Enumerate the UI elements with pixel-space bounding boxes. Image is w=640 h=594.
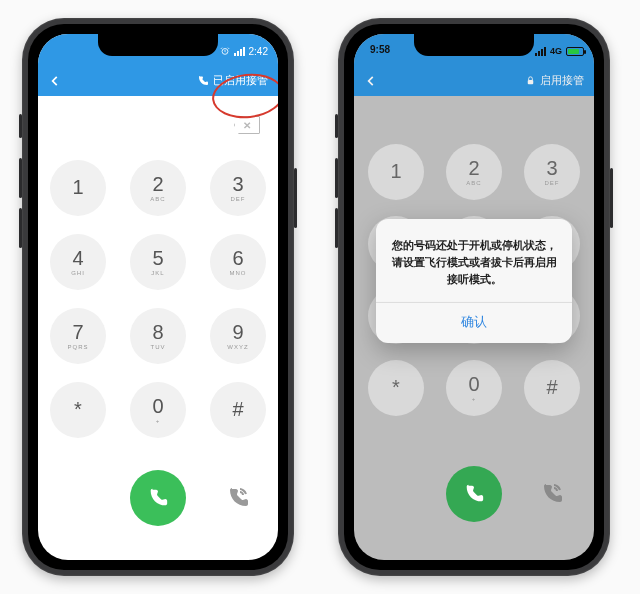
backspace-button[interactable]: ✕ bbox=[234, 116, 260, 134]
network-label: 4G bbox=[550, 46, 562, 56]
back-button[interactable] bbox=[48, 74, 62, 88]
redial-button[interactable] bbox=[524, 466, 580, 522]
signal-icon bbox=[234, 47, 245, 56]
key-6[interactable]: 6MNO bbox=[210, 234, 266, 290]
screen-right: 9:58 4G 启用接管 bbox=[354, 34, 594, 560]
side-button-vol-down bbox=[19, 208, 22, 248]
key-9[interactable]: 9WXYZ bbox=[210, 308, 266, 364]
key-1[interactable]: 1 bbox=[368, 144, 424, 200]
signal-icon bbox=[535, 47, 546, 56]
alert-confirm-button[interactable]: 确认 bbox=[376, 303, 572, 343]
notch bbox=[98, 34, 218, 56]
key-hash[interactable]: # bbox=[524, 360, 580, 416]
side-button-silence bbox=[335, 114, 338, 138]
side-button-vol-up bbox=[335, 158, 338, 198]
side-button-vol-up bbox=[19, 158, 22, 198]
bezel: 2:42 已启用接管 ✕ bbox=[28, 24, 288, 570]
key-0[interactable]: 0+ bbox=[130, 382, 186, 438]
phone-left: 2:42 已启用接管 ✕ bbox=[22, 18, 294, 576]
phone-right: 9:58 4G 启用接管 bbox=[338, 18, 610, 576]
alarm-icon bbox=[220, 46, 230, 56]
redial-icon bbox=[540, 482, 564, 506]
key-hash[interactable]: # bbox=[210, 382, 266, 438]
screen-left: 2:42 已启用接管 ✕ bbox=[38, 34, 278, 560]
key-5[interactable]: 5JKL bbox=[130, 234, 186, 290]
call-row bbox=[38, 470, 278, 526]
takeover-toggle[interactable]: 已启用接管 bbox=[197, 73, 268, 88]
alert-dialog: 您的号码还处于开机或停机状态，请设置飞行模式或者拔卡后再启用接听模式。 确认 bbox=[376, 219, 572, 343]
status-time: 9:58 bbox=[370, 44, 390, 55]
key-star[interactable]: * bbox=[368, 360, 424, 416]
notch bbox=[414, 34, 534, 56]
call-row bbox=[354, 466, 594, 522]
key-0[interactable]: 0+ bbox=[446, 360, 502, 416]
phone-icon bbox=[147, 487, 169, 509]
phone-icon bbox=[463, 483, 485, 505]
redial-button[interactable] bbox=[210, 470, 266, 526]
alert-message: 您的号码还处于开机或停机状态，请设置飞行模式或者拔卡后再启用接听模式。 bbox=[376, 219, 572, 302]
call-button[interactable] bbox=[446, 466, 502, 522]
call-button[interactable] bbox=[130, 470, 186, 526]
key-3[interactable]: 3DEF bbox=[524, 144, 580, 200]
key-star[interactable]: * bbox=[50, 382, 106, 438]
side-button-vol-down bbox=[335, 208, 338, 248]
bezel: 9:58 4G 启用接管 bbox=[344, 24, 604, 570]
redial-icon bbox=[226, 486, 250, 510]
phone-icon bbox=[197, 75, 209, 87]
key-3[interactable]: 3DEF bbox=[210, 160, 266, 216]
number-display: ✕ bbox=[38, 96, 278, 154]
side-button-power bbox=[610, 168, 613, 228]
backspace-icon: ✕ bbox=[243, 120, 251, 131]
side-button-power bbox=[294, 168, 297, 228]
takeover-label: 已启用接管 bbox=[213, 73, 268, 88]
key-2[interactable]: 2ABC bbox=[446, 144, 502, 200]
key-7[interactable]: 7PQRS bbox=[50, 308, 106, 364]
chevron-left-icon bbox=[48, 74, 62, 88]
side-button-silence bbox=[19, 114, 22, 138]
keypad: 1 2ABC 3DEF 4GHI 5JKL 6MNO 7PQRS 8TUV 9W… bbox=[38, 160, 278, 438]
battery-icon bbox=[566, 47, 584, 56]
key-8[interactable]: 8TUV bbox=[130, 308, 186, 364]
key-2[interactable]: 2ABC bbox=[130, 160, 186, 216]
key-1[interactable]: 1 bbox=[50, 160, 106, 216]
status-time: 2:42 bbox=[249, 46, 268, 57]
key-4[interactable]: 4GHI bbox=[50, 234, 106, 290]
